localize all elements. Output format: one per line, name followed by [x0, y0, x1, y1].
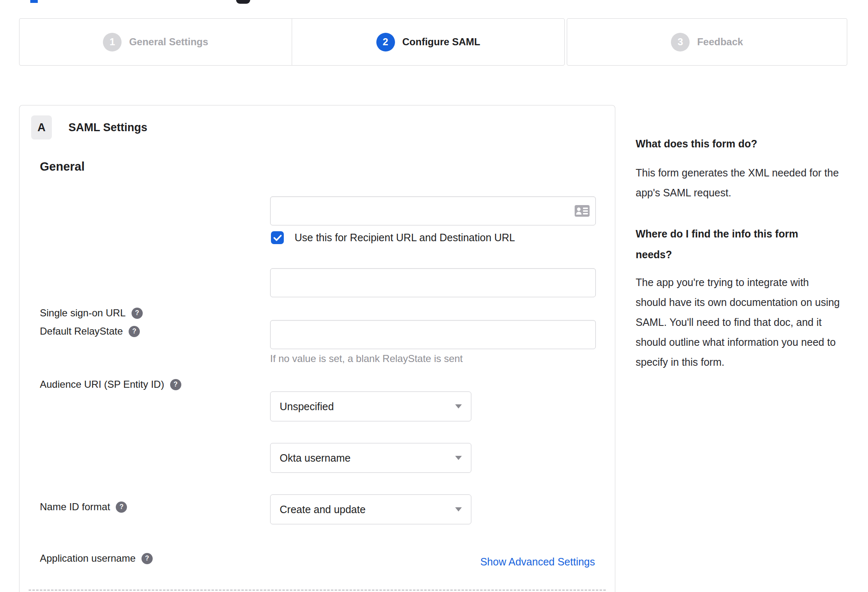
sso-url-input[interactable]	[270, 196, 596, 225]
app-username-value: Okta username	[280, 452, 351, 464]
panel-title: SAML Settings	[68, 115, 147, 139]
name-id-format-select[interactable]: Unspecified	[270, 391, 471, 421]
sso-url-label-row: Single sign-on URL ?	[40, 307, 143, 319]
step-label: General Settings	[129, 36, 208, 48]
sidebar-body-what: This form generates the XML needed for t…	[636, 163, 841, 203]
update-username-value: Create and update	[280, 504, 366, 516]
show-advanced-settings-link[interactable]: Show Advanced Settings	[480, 556, 595, 568]
step-configure-saml[interactable]: 2 Configure SAML	[292, 18, 565, 66]
relay-state-hint: If no value is set, a blank RelayState i…	[270, 353, 463, 364]
section-a-badge: A	[31, 115, 52, 139]
sidebar-body-where: The app you're trying to integrate with …	[636, 272, 841, 372]
help-icon[interactable]: ?	[132, 308, 143, 319]
app-username-label-row: Application username ?	[40, 553, 153, 564]
recipient-url-checkbox[interactable]	[271, 231, 284, 244]
name-id-format-label: Name ID format	[40, 501, 110, 513]
step-label: Configure SAML	[402, 36, 480, 48]
app-username-label: Application username	[40, 553, 136, 564]
sidebar-heading-what: What does this form do?	[636, 137, 843, 150]
wizard-stepper: 1 General Settings 2 Configure SAML 3 Fe…	[19, 18, 847, 66]
step-label: Feedback	[697, 36, 743, 48]
general-section-heading: General	[40, 160, 85, 174]
clipped-header-icon	[236, 0, 250, 4]
name-id-format-label-row: Name ID format ?	[40, 501, 127, 513]
chevron-down-icon	[455, 456, 462, 460]
help-icon[interactable]: ?	[116, 501, 127, 513]
recipient-url-checkbox-row: Use this for Recipient URL and Destinati…	[271, 231, 515, 244]
update-username-select[interactable]: Create and update	[270, 494, 471, 524]
audience-uri-input[interactable]	[270, 268, 596, 297]
help-icon[interactable]: ?	[141, 553, 153, 564]
check-icon	[273, 235, 282, 241]
relay-state-label: Default RelayState	[40, 325, 123, 337]
step-number-badge: 2	[376, 33, 395, 51]
clipped-header-accent	[30, 0, 38, 3]
app-username-select[interactable]: Okta username	[270, 443, 471, 473]
relay-state-input[interactable]	[270, 320, 596, 349]
help-icon[interactable]: ?	[129, 326, 140, 337]
saml-settings-panel: A SAML Settings General Single sign-on U…	[19, 105, 615, 592]
help-icon[interactable]: ?	[170, 379, 181, 390]
sidebar-heading-where: Where do I find the info this form needs…	[636, 223, 827, 265]
help-sidebar: What does this form do? This form genera…	[636, 137, 843, 393]
audience-uri-label: Audience URI (SP Entity ID)	[40, 379, 164, 390]
step-number-badge: 1	[103, 33, 122, 51]
chevron-down-icon	[455, 404, 462, 409]
step-feedback[interactable]: 3 Feedback	[567, 18, 847, 66]
step-number-badge: 3	[671, 33, 690, 51]
sso-url-label: Single sign-on URL	[40, 307, 126, 319]
name-id-format-value: Unspecified	[280, 401, 334, 413]
section-dashed-divider	[29, 590, 606, 591]
step-general-settings[interactable]: 1 General Settings	[19, 18, 292, 66]
audience-uri-label-row: Audience URI (SP Entity ID) ?	[40, 379, 181, 390]
contact-card-icon	[574, 205, 590, 217]
chevron-down-icon	[455, 507, 462, 511]
relay-state-label-row: Default RelayState ?	[40, 325, 140, 337]
recipient-url-checkbox-label: Use this for Recipient URL and Destinati…	[295, 232, 515, 244]
